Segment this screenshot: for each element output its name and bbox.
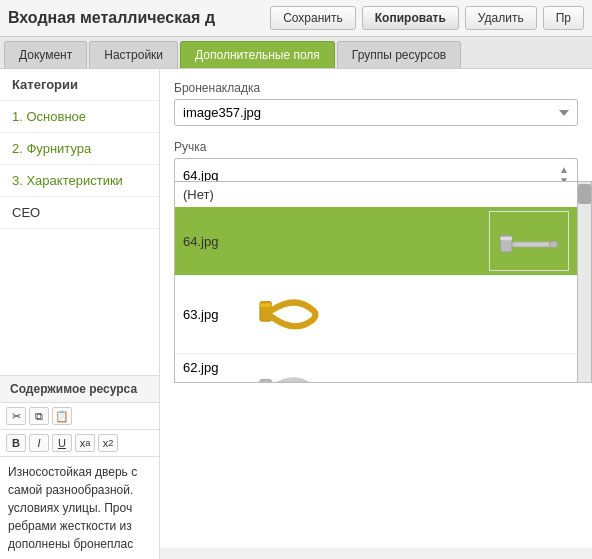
copy-button[interactable]: Копировать — [362, 6, 459, 30]
dropdown-scrollbar[interactable] — [577, 182, 591, 382]
tab-resource-groups[interactable]: Группы ресурсов — [337, 41, 461, 68]
handle-image-62 — [251, 360, 331, 382]
subscript-icon[interactable]: xa — [75, 434, 95, 452]
handle-62-image — [251, 360, 331, 382]
italic-icon[interactable]: I — [29, 434, 49, 452]
handle-64-image — [492, 214, 567, 269]
bronenkladka-select[interactable]: image357.jpg — [174, 99, 578, 126]
handle-label: Ручка — [174, 140, 578, 154]
handle-image-63 — [251, 282, 331, 347]
underline-icon[interactable]: U — [52, 434, 72, 452]
dropdown-item-63jpg[interactable]: 63.jpg — [175, 275, 577, 353]
tab-bar: Документ Настройки Дополнительные поля Г… — [0, 37, 592, 69]
svg-rect-3 — [500, 236, 512, 239]
sidebar-item-main[interactable]: 1. Основное — [0, 101, 159, 133]
tab-document[interactable]: Документ — [4, 41, 87, 68]
dropdown-item-62jpg[interactable]: 62.jpg — [175, 353, 577, 382]
sidebar-item-ceo[interactable]: CEO — [0, 197, 159, 229]
svg-rect-1 — [512, 241, 554, 246]
editor-format-toolbar: B I U xa x2 — [0, 430, 159, 457]
tab-extra-fields[interactable]: Дополнительные поля — [180, 41, 335, 68]
delete-button[interactable]: Удалить — [465, 6, 537, 30]
svg-rect-5 — [260, 303, 272, 307]
bronenkladka-field-group: Броненакладка image357.jpg — [174, 81, 578, 126]
superscript-icon[interactable]: x2 — [98, 434, 118, 452]
resource-content-panel: Содержимое ресурса ✂ ⧉ 📋 B I U xa x2 Изн… — [0, 375, 160, 559]
main-content: Категории 1. Основное 2. Фурнитура 3. Ха… — [0, 69, 592, 548]
top-bar: Входная металлическая д Сохранить Копиро… — [0, 0, 592, 37]
svg-point-2 — [549, 241, 557, 248]
paste-icon[interactable]: 📋 — [52, 407, 72, 425]
tab-settings[interactable]: Настройки — [89, 41, 178, 68]
page-title: Входная металлическая д — [8, 9, 264, 27]
right-panel: Броненакладка image357.jpg Ручка 64.jpg … — [160, 69, 592, 548]
copy-icon[interactable]: ⧉ — [29, 407, 49, 425]
bold-icon[interactable]: B — [6, 434, 26, 452]
cut-icon[interactable]: ✂ — [6, 407, 26, 425]
handle-63-image — [251, 282, 331, 347]
prev-button[interactable]: Пр — [543, 6, 584, 30]
resource-content-title: Содержимое ресурса — [0, 376, 159, 403]
editor-toolbar: ✂ ⧉ 📋 — [0, 403, 159, 430]
dropdown-item-64jpg[interactable]: 64.jpg — [175, 207, 577, 275]
editor-text-content: Износостойкая дверь с самой разнообразно… — [0, 457, 159, 559]
sidebar-item-characteristics[interactable]: 3. Характеристики — [0, 165, 159, 197]
sidebar-item-furniture[interactable]: 2. Фурнитура — [0, 133, 159, 165]
dropdown-scroll-area[interactable]: (Нет) 64.jpg — [175, 182, 577, 382]
sidebar: Категории 1. Основное 2. Фурнитура 3. Ха… — [0, 69, 160, 548]
sidebar-title: Категории — [0, 69, 159, 101]
dropdown-item-none[interactable]: (Нет) — [175, 182, 577, 207]
svg-rect-6 — [260, 380, 272, 382]
handle-image-64 — [489, 211, 569, 271]
bronenkladka-label: Броненакладка — [174, 81, 578, 95]
handle-dropdown-list: (Нет) 64.jpg — [174, 181, 592, 383]
save-button[interactable]: Сохранить — [270, 6, 356, 30]
